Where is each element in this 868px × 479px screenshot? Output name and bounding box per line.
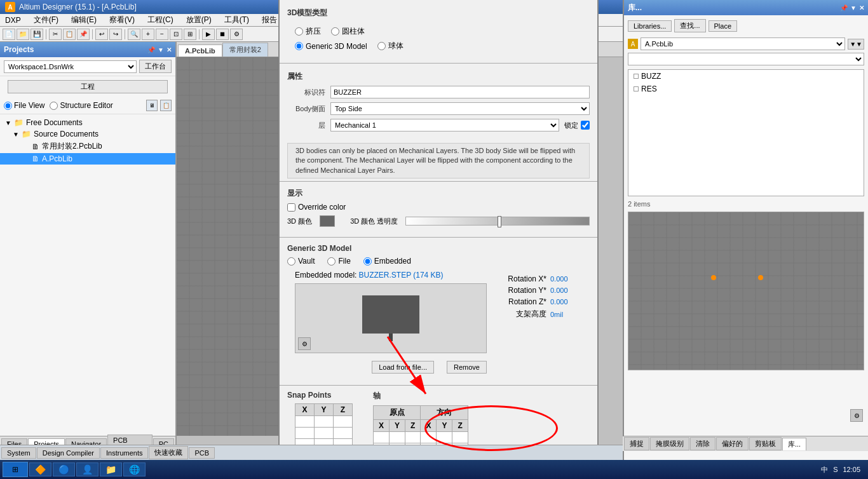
layer-select[interactable]: Mechanical 1 Mechanical 3 [330,119,559,132]
panel-menu-btn[interactable]: ▼ [158,46,164,53]
toolbar-btn-15[interactable]: ⏹ [216,29,229,40]
toolbar-btn-14[interactable]: ▶ [202,29,215,40]
start-button[interactable]: ⊞ [3,462,28,477]
workspace-select[interactable]: Workspace1.DsnWrk [4,60,137,73]
generic-3d-option[interactable]: Generic 3D Model [295,42,367,51]
tree-item-changyong[interactable]: 🗎 常用封装2.PcbLib [0,140,175,153]
toolbar-btn-5[interactable]: 📋 [63,29,76,40]
vault-option[interactable]: Vault [287,257,315,266]
engineering-button[interactable]: 工程 [8,80,168,93]
taskbar-app-3[interactable]: 👤 [76,462,98,476]
lock-label: 锁定 [564,121,578,130]
identifier-input[interactable] [330,86,590,98]
file-view-radio[interactable]: File View [4,101,44,110]
tree-item-apcblib[interactable]: 🗎 A.PcbLib [0,153,175,165]
libraries-button[interactable]: Libraries... [628,20,672,32]
tab-clipboard[interactable]: 剪贴板 [749,437,782,450]
taskbar-app-1[interactable]: 🔶 [29,462,51,476]
toolbar-btn-7[interactable]: ↩ [95,29,108,40]
lib-settings-btn[interactable]: ⚙ [850,409,863,422]
snap-header-y: Y [315,404,334,416]
body-side-select[interactable]: Top Side Bottom Side [330,102,590,115]
lib-close-btn[interactable]: ✕ [859,4,864,11]
main-tab-changyong[interactable]: 常用封装2 [222,43,268,57]
cylinder-option[interactable]: 圆柱体 [331,26,365,37]
menu-tools[interactable]: 工具(T) [222,13,252,27]
toolbar-btn-13[interactable]: ⊞ [184,29,196,40]
toolbar-btn-12[interactable]: ⊡ [170,29,182,40]
embedded-option[interactable]: Embedded [363,257,411,266]
library-panel-title: 库... [628,3,642,13]
menu-place[interactable]: 放置(P) [184,13,214,27]
toolbar-btn-16[interactable]: ⚙ [230,29,243,40]
lib-item-res[interactable]: RES [628,83,864,95]
menu-file[interactable]: 文件(F) [31,13,61,27]
lib-filter-select[interactable] [628,53,864,65]
library-more-btn[interactable]: ▼▼ [848,39,864,50]
override-color-label: Override color [298,203,346,212]
lib-item-buzz[interactable]: BUZZ [628,70,864,83]
view-icon-btn-1[interactable]: 🖥 [146,100,158,111]
lib-preview [628,212,864,370]
panel-pin-btn[interactable]: 📌 [147,46,155,53]
tab-mask[interactable]: 掩膜级别 [650,437,689,450]
tab-preference[interactable]: 偏好的 [716,437,749,450]
override-color-checkbox-label[interactable]: Override color [287,203,346,212]
menu-report[interactable]: 报告 [259,13,280,27]
override-color-checkbox[interactable] [287,203,295,212]
panel-close-btn[interactable]: ✕ [166,46,172,53]
taskbar-app-2[interactable]: 🔵 [53,462,75,476]
toolbar-btn-2[interactable]: 📁 [17,29,29,40]
model-type-section: 3D模型类型 挤压 圆柱体 Generic 3D Model 球体 [280,0,597,60]
toolbar-btn-1[interactable]: 📄 [3,29,15,40]
color-3d-swatch[interactable] [320,215,335,227]
taskbar-app-4[interactable]: 📁 [100,462,122,476]
tree-item-free-documents[interactable]: ▼ 📁 Free Documents [0,117,175,128]
remove-button[interactable]: Remove [447,361,487,374]
lib-pin-btn[interactable]: 📌 [840,4,848,11]
toolbar-btn-3[interactable]: 💾 [31,29,43,40]
app-tab-system[interactable]: System [1,447,36,459]
library-name-select[interactable]: A.PcbLib [641,37,845,50]
toolbar-btn-9[interactable]: 🔍 [128,29,140,40]
place-button[interactable]: Place [709,20,738,32]
toolbar-btn-10[interactable]: + [142,29,154,40]
view-icon-btn-2[interactable]: 📋 [160,100,172,111]
structure-editor-radio[interactable]: Structure Editor [50,101,112,110]
toolbar-btn-4[interactable]: ✂ [49,29,62,40]
menu-dxp[interactable]: DXP [3,15,24,26]
app-tab-design-compiler[interactable]: Design Compiler [37,447,100,459]
file-option[interactable]: File [327,257,350,266]
lock-row: 锁定 [564,121,590,130]
search-button[interactable]: 查找... [674,19,705,32]
tab-snap[interactable]: 捕捉 [624,437,649,450]
workspace-button[interactable]: 工作台 [139,60,172,73]
lock-checkbox[interactable] [581,121,590,130]
tree-item-source-documents[interactable]: ▼ 📁 Source Documents [0,128,175,140]
menu-view[interactable]: 察看(V) [107,13,137,27]
toolbar-sep-2 [92,29,93,39]
sphere-option[interactable]: 球体 [377,41,403,51]
extrude-option[interactable]: 挤压 [295,26,321,37]
menu-edit[interactable]: 编辑(E) [69,13,99,27]
model-buttons-row: Load from file... Remove [287,356,494,379]
toolbar-btn-6[interactable]: 📌 [77,29,90,40]
taskbar-app-5[interactable]: 🌐 [123,462,146,476]
load-from-file-button[interactable]: Load from file... [372,361,434,374]
model-source-radio-row: Vault File Embedded [287,257,590,266]
divider-4 [280,385,597,386]
tab-clear[interactable]: 清除 [690,437,715,450]
tab-library[interactable]: 库... [782,438,806,450]
axis-cell-1 [374,432,390,443]
lib-menu-btn[interactable]: ▼ [850,4,857,11]
toolbar-btn-8[interactable]: ↪ [109,29,122,40]
toolbar-btn-11[interactable]: − [156,29,168,40]
app-tab-favorites[interactable]: 快速收藏 [149,446,188,459]
main-tab-apcblib[interactable]: A.PcbLib [178,44,222,57]
model-preview-settings-icon[interactable]: ⚙ [298,337,311,350]
app-tab-instruments[interactable]: Instruments [100,447,148,459]
app-tab-pcb[interactable]: PCB [189,447,215,459]
view-icons: 🖥 📋 [146,100,172,111]
menu-project[interactable]: 工程(C) [145,13,176,27]
transparency-slider[interactable] [405,217,590,226]
